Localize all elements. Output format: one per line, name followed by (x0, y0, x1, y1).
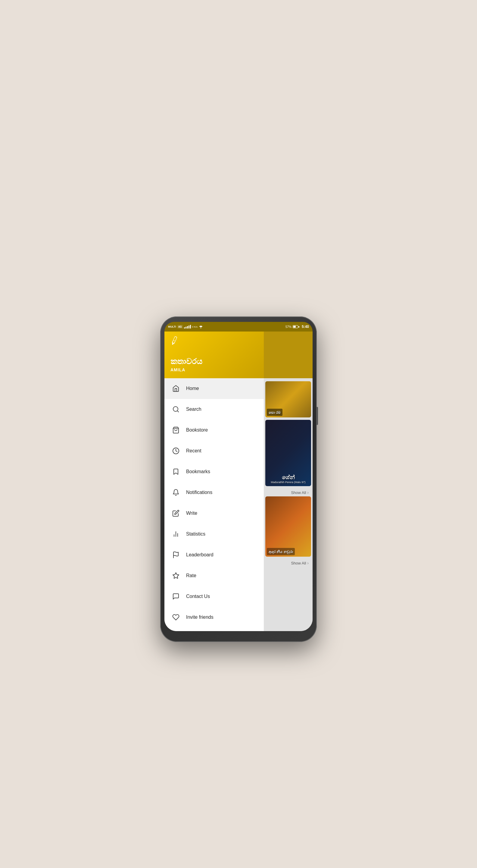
feather-icon: 🖊 (169, 334, 180, 347)
statistics-label: Statistics (186, 531, 205, 537)
heart-icon (170, 612, 181, 623)
sidebar: 🖊 කතාවරය AMILA Home (164, 332, 264, 631)
signal-bars (184, 325, 191, 329)
main-header (264, 332, 313, 378)
search-icon (170, 404, 181, 415)
menu-item-notifications[interactable]: Notifications (164, 482, 264, 503)
menu-item-bookmarks[interactable]: Bookmarks (164, 461, 264, 482)
leaderboard-label: Leaderboard (186, 552, 213, 558)
shopping-bag-icon (170, 425, 181, 435)
book-title-1: සො රම (269, 410, 281, 415)
phone-shell: MULTI 4G 0 K/s 57% (160, 316, 317, 642)
app-title-sinhala: කතාවරය (170, 357, 258, 366)
book-title-3: ආදර නීය නවුරා (269, 550, 293, 554)
show-all-2[interactable]: Show All › (265, 559, 311, 567)
book-cover-2: ශේන් Madurathih Perera (Malu 97) (265, 420, 311, 486)
notifications-label: Notifications (186, 490, 212, 495)
contact-us-label: Contact Us (186, 594, 210, 599)
book-card-2[interactable]: ශේන් Madurathih Perera (Malu 97) (265, 420, 311, 486)
message-circle-icon (170, 591, 181, 602)
svg-marker-8 (173, 572, 179, 578)
clock-icon (170, 445, 181, 456)
menu-item-home[interactable]: Home (164, 378, 264, 399)
menu-item-search[interactable]: Search (164, 399, 264, 420)
bookmark-icon (170, 466, 181, 477)
menu-item-invite-friends[interactable]: Invite friends (164, 607, 264, 628)
show-all-label-1: Show All (291, 490, 306, 495)
home-icon (170, 383, 181, 394)
app-logo: 🖊 (169, 335, 180, 346)
carrier-label: MULTI (168, 325, 176, 328)
menu-item-bookstore[interactable]: Bookstore (164, 420, 264, 441)
status-bar: MULTI 4G 0 K/s 57% (164, 322, 313, 332)
book-cover-3: ආදර නීය නවුරා (265, 496, 311, 557)
menu-item-rate[interactable]: Rate (164, 565, 264, 586)
screen-content: 🖊 කතාවරය AMILA Home (164, 332, 313, 631)
write-label: Write (186, 510, 197, 516)
bookmarks-label: Bookmarks (186, 469, 210, 474)
main-content: සො රම ශේන් Madurathih Perera (Malu 97) (264, 332, 313, 631)
book-title-2: ශේන් (271, 474, 305, 481)
status-right: 57% 5:40 (285, 324, 309, 329)
rate-label: Rate (186, 573, 196, 578)
show-all-1[interactable]: Show All › (265, 489, 311, 496)
signal-bar-3 (187, 326, 188, 329)
battery-tip (299, 326, 299, 328)
battery-icon (293, 325, 299, 328)
search-label: Search (186, 407, 201, 412)
signal-bar-2 (185, 327, 186, 329)
status-left: MULTI 4G 0 K/s (168, 325, 203, 329)
menu-item-recent[interactable]: Recent (164, 441, 264, 461)
username-label: AMILA (170, 367, 258, 372)
invite-friends-label: Invite friends (186, 615, 213, 620)
wifi-icon (199, 325, 203, 329)
svg-line-1 (177, 411, 178, 412)
flag-icon (170, 550, 181, 560)
recent-label: Recent (186, 448, 201, 454)
book-cards-area: සො රම ශේන් Madurathih Perera (Malu 97) (264, 378, 313, 631)
show-all-label-2: Show All (291, 561, 306, 565)
battery-fill (293, 326, 296, 328)
menu-item-visit-web[interactable]: Visit Web (164, 628, 264, 631)
menu-item-write[interactable]: Write (164, 503, 264, 524)
bell-icon (170, 487, 181, 498)
sidebar-header: 🖊 කතාවරය AMILA (164, 332, 264, 378)
data-speed-label: 0 K/s (192, 326, 198, 328)
menu-item-leaderboard[interactable]: Leaderboard (164, 545, 264, 565)
network-label: 4G (177, 325, 183, 329)
sidebar-menu: Home Search Bookstore (164, 378, 264, 631)
signal-bar-4 (189, 326, 190, 329)
signal-bar-1 (184, 327, 185, 329)
book-cover-1: සො රම (265, 381, 311, 417)
side-button-right (316, 407, 318, 425)
book-card-1[interactable]: සො රම (265, 381, 311, 417)
book-subtitle-2: Madurathih Perera (Malu 97) (271, 481, 305, 484)
menu-item-statistics[interactable]: Statistics (164, 524, 264, 545)
battery-percent: 57% (285, 325, 292, 329)
signal-bar-5 (190, 325, 191, 329)
bar-chart-icon (170, 529, 181, 539)
battery-body (293, 325, 298, 328)
edit-icon (170, 508, 181, 519)
time-label: 5:40 (302, 324, 309, 329)
show-all-arrow-2: › (307, 561, 309, 565)
home-label: Home (186, 386, 199, 391)
show-all-arrow-1: › (307, 490, 309, 495)
book-card-3[interactable]: ආදර නීය නවුරා (265, 496, 311, 557)
phone-wrapper: MULTI 4G 0 K/s 57% (160, 316, 317, 642)
menu-item-contact-us[interactable]: Contact Us (164, 586, 264, 607)
bookstore-label: Bookstore (186, 427, 208, 433)
star-icon (170, 570, 181, 581)
